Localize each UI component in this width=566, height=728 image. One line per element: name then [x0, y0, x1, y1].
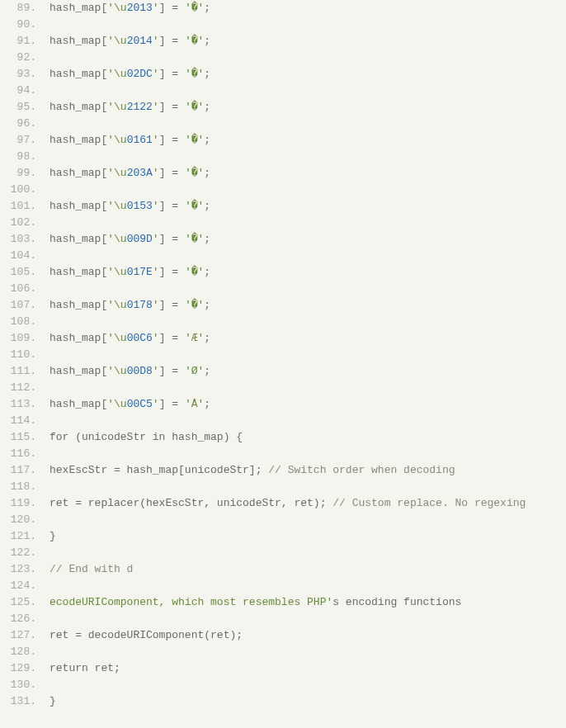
- code-content[interactable]: }: [40, 528, 56, 545]
- code-content[interactable]: [40, 83, 50, 99]
- code-line[interactable]: 124.: [0, 578, 566, 594]
- code-token: hexEscStr = hash_map[unicodeStr];: [50, 464, 268, 476]
- line-number: 111.: [0, 363, 40, 380]
- code-content[interactable]: [40, 215, 50, 231]
- code-line[interactable]: 100.: [0, 182, 566, 198]
- code-line[interactable]: 115.for (unicodeStr in hash_map) {: [0, 429, 566, 446]
- code-line[interactable]: 120.: [0, 512, 566, 528]
- code-content[interactable]: for (unicodeStr in hash_map) {: [40, 429, 243, 446]
- code-content[interactable]: ret = replacer(hexEscStr, unicodeStr, re…: [40, 495, 526, 512]
- code-content[interactable]: [40, 182, 50, 198]
- code-content[interactable]: [40, 545, 50, 561]
- code-content[interactable]: [40, 50, 50, 66]
- code-content[interactable]: hash_map['\u00C5'] = 'Å';: [40, 396, 210, 413]
- code-content[interactable]: hash_map['\u00C6'] = 'Æ';: [40, 330, 210, 347]
- code-content[interactable]: [40, 380, 50, 396]
- code-line[interactable]: 121.}: [0, 528, 566, 545]
- code-content[interactable]: [40, 512, 50, 528]
- code-token: 203A: [127, 167, 153, 179]
- code-content[interactable]: hash_map['\u00D8'] = 'Ø';: [40, 363, 210, 380]
- code-content[interactable]: [40, 149, 50, 165]
- code-line[interactable]: 103.hash_map['\u009D'] = '�';: [0, 231, 566, 248]
- code-content[interactable]: // End with d: [40, 561, 133, 578]
- code-line[interactable]: 90.: [0, 17, 566, 33]
- code-content[interactable]: [40, 281, 50, 297]
- code-line[interactable]: 108.: [0, 314, 566, 330]
- code-content[interactable]: [40, 248, 50, 264]
- code-line[interactable]: 96.: [0, 116, 566, 132]
- code-line[interactable]: 128.: [0, 644, 566, 660]
- code-token: // Switch order when decoding: [268, 464, 455, 476]
- code-content[interactable]: hash_map['\u203A'] = '�';: [40, 165, 210, 182]
- code-line[interactable]: 95.hash_map['\u2122'] = '�';: [0, 99, 566, 116]
- code-line[interactable]: 101.hash_map['\u0153'] = '�';: [0, 198, 566, 215]
- code-line[interactable]: 92.: [0, 50, 566, 66]
- code-content[interactable]: hash_map['\u0153'] = '�';: [40, 198, 210, 215]
- code-line[interactable]: 119.ret = replacer(hexEscStr, unicodeStr…: [0, 495, 566, 512]
- code-content[interactable]: hash_map['\u02DC'] = '�';: [40, 66, 210, 83]
- code-line[interactable]: 118.: [0, 479, 566, 495]
- code-line[interactable]: 97.hash_map['\u0161'] = '�';: [0, 132, 566, 149]
- code-content[interactable]: hash_map['\u009D'] = '�';: [40, 231, 210, 248]
- code-content[interactable]: [40, 446, 50, 462]
- code-line[interactable]: 111.hash_map['\u00D8'] = 'Ø';: [0, 363, 566, 380]
- code-content[interactable]: [40, 479, 50, 495]
- code-content[interactable]: [40, 116, 50, 132]
- line-number: 110.: [0, 347, 40, 363]
- code-content[interactable]: [40, 314, 50, 330]
- code-content[interactable]: [40, 347, 50, 363]
- code-content[interactable]: hash_map['\u2122'] = '�';: [40, 99, 210, 116]
- code-line[interactable]: 105.hash_map['\u017E'] = '�';: [0, 264, 566, 281]
- code-content[interactable]: hash_map['\u2013'] = '�';: [40, 0, 210, 17]
- code-content[interactable]: ecodeURIComponent, which most resembles …: [40, 594, 461, 611]
- code-content[interactable]: }: [40, 693, 56, 710]
- code-line[interactable]: 123.// End with d: [0, 561, 566, 578]
- code-line[interactable]: 89.hash_map['\u2013'] = '�';: [0, 0, 566, 17]
- code-line[interactable]: 126.: [0, 611, 566, 627]
- code-line[interactable]: 127.ret = decodeURIComponent(ret);: [0, 627, 566, 644]
- code-line[interactable]: 117.hexEscStr = hash_map[unicodeStr]; //…: [0, 462, 566, 479]
- code-content[interactable]: hash_map['\u2014'] = '�';: [40, 33, 210, 50]
- code-line[interactable]: 109.hash_map['\u00C6'] = 'Æ';: [0, 330, 566, 347]
- line-number: 100.: [0, 182, 40, 198]
- code-content[interactable]: [40, 644, 50, 660]
- code-line[interactable]: 99.hash_map['\u203A'] = '�';: [0, 165, 566, 182]
- code-line[interactable]: 110.: [0, 347, 566, 363]
- code-line[interactable]: 131.}: [0, 693, 566, 710]
- code-token: ': [153, 332, 159, 344]
- code-content[interactable]: hash_map['\u0178'] = '�';: [40, 297, 210, 314]
- code-line[interactable]: 122.: [0, 545, 566, 561]
- code-line[interactable]: 102.: [0, 215, 566, 231]
- code-content[interactable]: [40, 578, 50, 594]
- code-line[interactable]: 116.: [0, 446, 566, 462]
- code-content[interactable]: [40, 611, 50, 627]
- code-content[interactable]: hexEscStr = hash_map[unicodeStr]; // Swi…: [40, 462, 455, 479]
- code-content[interactable]: [40, 413, 50, 429]
- code-line[interactable]: 125.ecodeURIComponent, which most resemb…: [0, 594, 566, 611]
- code-line[interactable]: 94.: [0, 83, 566, 99]
- code-editor[interactable]: 89.hash_map['\u2013'] = '�';90.91.hash_m…: [0, 0, 566, 710]
- code-content[interactable]: [40, 677, 50, 693]
- code-line[interactable]: 98.: [0, 149, 566, 165]
- code-content[interactable]: ret = decodeURIComponent(ret);: [40, 627, 243, 644]
- code-line[interactable]: 107.hash_map['\u0178'] = '�';: [0, 297, 566, 314]
- code-token: ;: [204, 365, 210, 377]
- code-token: 'Å': [185, 398, 204, 410]
- code-content[interactable]: [40, 17, 50, 33]
- code-line[interactable]: 112.: [0, 380, 566, 396]
- code-line[interactable]: 106.: [0, 281, 566, 297]
- code-line[interactable]: 113.hash_map['\u00C5'] = 'Å';: [0, 396, 566, 413]
- code-line[interactable]: 130.: [0, 677, 566, 693]
- code-line[interactable]: 114.: [0, 413, 566, 429]
- code-line[interactable]: 104.: [0, 248, 566, 264]
- code-token: '\u: [107, 332, 126, 344]
- code-content[interactable]: hash_map['\u017E'] = '�';: [40, 264, 210, 281]
- code-line[interactable]: 91.hash_map['\u2014'] = '�';: [0, 33, 566, 50]
- code-line[interactable]: 93.hash_map['\u02DC'] = '�';: [0, 66, 566, 83]
- code-content[interactable]: return ret;: [40, 660, 120, 677]
- code-token: ': [153, 35, 159, 47]
- code-content[interactable]: hash_map['\u0161'] = '�';: [40, 132, 210, 149]
- code-line[interactable]: 129.return ret;: [0, 660, 566, 677]
- code-token: ;: [204, 233, 210, 245]
- code-token: hash_map[: [50, 167, 107, 179]
